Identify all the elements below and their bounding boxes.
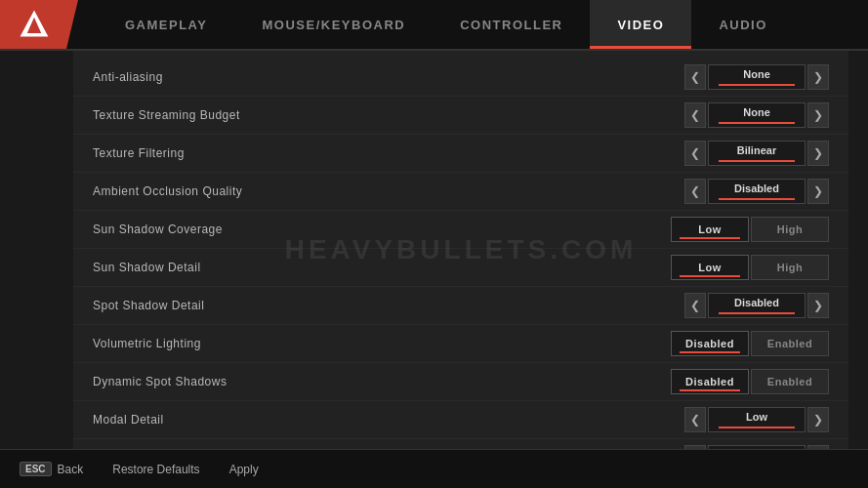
toggle-btn-7-1[interactable]: Enabled xyxy=(751,331,829,356)
setting-row-9: Modal Detail❮Low❯ xyxy=(73,401,848,439)
arrow-control-6: ❮Disabled❯ xyxy=(684,293,829,318)
toggle-btn-4-0[interactable]: Low xyxy=(671,217,749,242)
arrow-right-btn-1[interactable]: ❯ xyxy=(807,102,829,128)
back-label: Back xyxy=(58,463,84,476)
value-box-0: None xyxy=(708,64,806,90)
setting-label-7: Volumetric Lighting xyxy=(93,337,671,350)
arrow-right-btn-10[interactable]: ❯ xyxy=(807,445,829,449)
setting-control-9: ❮Low❯ xyxy=(684,407,829,432)
arrow-left-btn-6[interactable]: ❮ xyxy=(684,293,706,318)
value-box-10: Low xyxy=(708,445,806,449)
nav-tab-controller[interactable]: CONTROLLER xyxy=(433,0,590,49)
toggle-btn-5-0[interactable]: Low xyxy=(671,255,749,280)
logo-area xyxy=(0,0,78,49)
apex-logo xyxy=(17,7,52,42)
esc-key: ESC xyxy=(20,462,52,476)
arrow-right-btn-2[interactable]: ❯ xyxy=(807,141,829,166)
arrow-left-btn-2[interactable]: ❮ xyxy=(684,141,706,166)
value-text-2: Bilinear xyxy=(737,144,776,156)
value-underline-2 xyxy=(719,160,795,162)
setting-control-4: LowHigh xyxy=(671,217,829,242)
setting-control-8: DisabledEnabled xyxy=(671,369,829,394)
nav-tab-gameplay[interactable]: GAMEPLAY xyxy=(98,0,234,49)
value-box-1: None xyxy=(708,102,806,128)
setting-row-1: Texture Streaming Budget❮None❯ xyxy=(73,97,848,135)
value-box-2: Bilinear xyxy=(708,141,806,166)
toggle-control-4: LowHigh xyxy=(671,217,829,242)
arrow-right-btn-3[interactable]: ❯ xyxy=(807,179,829,204)
setting-label-0: Anti-aliasing xyxy=(93,70,684,84)
arrow-control-10: ❮Low❯ xyxy=(684,445,829,449)
arrow-control-0: ❮None❯ xyxy=(684,64,829,90)
value-underline-9 xyxy=(719,427,795,428)
arrow-left-btn-9[interactable]: ❮ xyxy=(684,407,706,432)
toggle-btn-8-1[interactable]: Enabled xyxy=(751,369,829,394)
back-action[interactable]: ESC Back xyxy=(20,462,83,476)
setting-label-4: Sun Shadow Coverage xyxy=(93,223,671,236)
toggle-btn-8-0[interactable]: Disabled xyxy=(671,369,749,394)
apply-action[interactable]: Apply xyxy=(229,463,259,476)
arrow-control-3: ❮Disabled❯ xyxy=(684,179,829,204)
setting-row-4: Sun Shadow CoverageLowHigh xyxy=(73,211,848,249)
value-text-3: Disabled xyxy=(734,183,779,194)
value-text-1: None xyxy=(743,106,770,118)
setting-label-9: Modal Detail xyxy=(93,413,684,427)
setting-label-5: Sun Shadow Detail xyxy=(93,261,671,274)
toggle-btn-5-1[interactable]: High xyxy=(751,255,829,280)
arrow-left-btn-10[interactable]: ❮ xyxy=(684,445,706,449)
value-box-3: Disabled xyxy=(708,179,806,204)
toggle-control-7: DisabledEnabled xyxy=(671,331,829,356)
nav-tab-audio[interactable]: AUDIO xyxy=(691,0,794,49)
setting-label-3: Ambient Occlusion Quality xyxy=(93,184,684,198)
setting-row-6: Spot Shadow Detail❮Disabled❯ xyxy=(73,287,848,325)
toggle-control-5: LowHigh xyxy=(671,255,829,280)
setting-control-7: DisabledEnabled xyxy=(671,331,829,356)
setting-control-3: ❮Disabled❯ xyxy=(684,179,829,204)
apply-label: Apply xyxy=(229,463,259,476)
setting-row-5: Sun Shadow DetailLowHigh xyxy=(73,249,848,287)
settings-panel: HEAVYBULLETS.COM Anti-aliasing❮None❯Text… xyxy=(73,51,848,449)
setting-row-3: Ambient Occlusion Quality❮Disabled❯ xyxy=(73,173,848,211)
arrow-left-btn-3[interactable]: ❮ xyxy=(684,179,706,204)
setting-control-1: ❮None❯ xyxy=(684,102,829,128)
setting-control-5: LowHigh xyxy=(671,255,829,280)
top-nav: GAMEPLAYMOUSE/KEYBOARDCONTROLLERVIDEOAUD… xyxy=(0,0,868,51)
value-underline-3 xyxy=(719,198,795,200)
setting-row-2: Texture Filtering❮Bilinear❯ xyxy=(73,135,848,173)
setting-row-8: Dynamic Spot ShadowsDisabledEnabled xyxy=(73,363,848,401)
arrow-right-btn-6[interactable]: ❯ xyxy=(807,293,829,318)
setting-row-7: Volumetric LightingDisabledEnabled xyxy=(73,325,848,363)
arrow-control-2: ❮Bilinear❯ xyxy=(684,141,829,166)
arrow-left-btn-1[interactable]: ❮ xyxy=(684,102,706,128)
nav-tab-mouse-keyboard[interactable]: MOUSE/KEYBOARD xyxy=(234,0,433,49)
value-text-9: Low xyxy=(746,411,767,423)
setting-row-10: Effects Detail❮Low❯ xyxy=(73,439,848,449)
value-box-6: Disabled xyxy=(708,293,806,318)
toggle-btn-7-0[interactable]: Disabled xyxy=(671,331,749,356)
left-sidebar xyxy=(0,51,73,449)
value-box-9: Low xyxy=(708,407,806,432)
setting-label-8: Dynamic Spot Shadows xyxy=(93,375,671,388)
right-sidebar xyxy=(848,51,868,449)
value-text-6: Disabled xyxy=(734,297,779,308)
setting-control-10: ❮Low❯ xyxy=(684,445,829,449)
toggle-control-8: DisabledEnabled xyxy=(671,369,829,394)
setting-label-2: Texture Filtering xyxy=(93,146,684,160)
restore-defaults-action[interactable]: Restore Defaults xyxy=(112,463,199,476)
toggle-btn-4-1[interactable]: High xyxy=(751,217,829,242)
arrow-left-btn-0[interactable]: ❮ xyxy=(684,64,706,90)
value-underline-1 xyxy=(719,122,795,124)
main-content: HEAVYBULLETS.COM Anti-aliasing❮None❯Text… xyxy=(0,51,868,449)
setting-control-2: ❮Bilinear❯ xyxy=(684,141,829,166)
value-underline-6 xyxy=(719,312,795,314)
arrow-right-btn-9[interactable]: ❯ xyxy=(807,407,829,432)
arrow-control-9: ❮Low❯ xyxy=(684,407,829,432)
setting-control-0: ❮None❯ xyxy=(684,64,829,90)
arrow-control-1: ❮None❯ xyxy=(684,102,829,128)
setting-label-1: Texture Streaming Budget xyxy=(93,108,684,122)
arrow-right-btn-0[interactable]: ❯ xyxy=(807,64,829,90)
restore-label: Restore Defaults xyxy=(112,463,199,476)
setting-control-6: ❮Disabled❯ xyxy=(684,293,829,318)
app-container: GAMEPLAYMOUSE/KEYBOARDCONTROLLERVIDEOAUD… xyxy=(0,0,868,488)
nav-tab-video[interactable]: VIDEO xyxy=(590,0,691,49)
